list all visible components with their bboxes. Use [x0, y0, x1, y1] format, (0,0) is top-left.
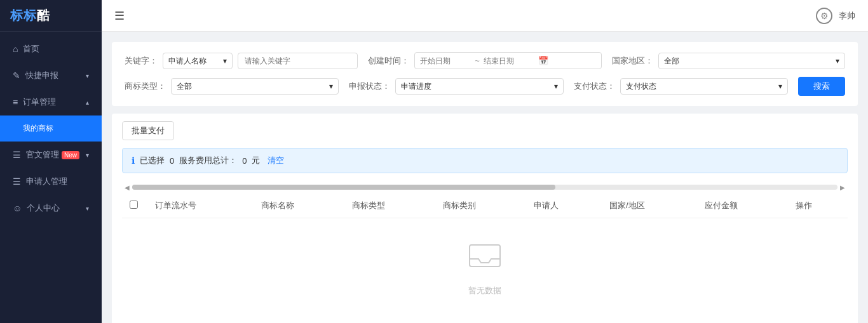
info-selected-label: 已选择	[140, 155, 165, 166]
chevron-down-icon: ▾	[86, 72, 89, 79]
country-select[interactable]: 全部 ▾	[658, 53, 845, 69]
report-status-arrow-icon: ▾	[554, 82, 558, 91]
col-order-no: 订单流水号	[147, 194, 254, 218]
doc-icon: ☰	[13, 150, 21, 160]
info-fee-value: 0	[242, 156, 247, 166]
logo-text: 标标酷	[10, 7, 50, 24]
col-trademark-name: 商标名称	[254, 194, 344, 218]
country-filter: 国家地区： 全部 ▾	[612, 53, 845, 69]
batch-pay-button[interactable]: 批量支付	[122, 121, 174, 140]
chevron-down-icon-personal: ▾	[86, 205, 89, 212]
sidebar: 标标酷 ⌂ 首页 ✎ 快捷申报 ▾ ≡ 订单管理 ▴ 我的商标 ☰ 官文管理 N…	[0, 0, 102, 323]
date-separator: ~	[475, 56, 480, 65]
chevron-up-icon: ▴	[86, 99, 89, 106]
date-start-input[interactable]	[420, 56, 471, 65]
action-card: 批量支付 ℹ 已选择 0 服务费用总计： 0 元 清空 ◀ ▶	[112, 114, 858, 323]
payment-status-select[interactable]: 支付状态 ▾	[620, 78, 788, 95]
select-arrow-icon: ▾	[223, 56, 227, 65]
scroll-container[interactable]: ◀ ▶	[122, 181, 848, 194]
country-dropdown[interactable]: 全部	[664, 56, 833, 65]
trademark-type-arrow-icon: ▾	[329, 82, 333, 91]
inbox-svg	[468, 244, 501, 273]
menu-toggle-icon[interactable]: ☰	[114, 9, 125, 23]
payment-status-filter: 支付状态： 支付状态 ▾	[574, 78, 788, 95]
sidebar-item-official-management[interactable]: ☰ 官文管理 New ▾	[0, 142, 102, 168]
scroll-right-arrow[interactable]: ▶	[837, 184, 848, 191]
report-status-label: 申报状态：	[349, 81, 390, 92]
col-amount: 应付金额	[697, 194, 788, 218]
top-header: ☰ ⚙ 李帅	[102, 0, 868, 32]
table-wrapper: ◀ ▶ 订单流水号 商标名称 商标类型	[122, 181, 848, 322]
country-label: 国家地区：	[612, 55, 653, 67]
keyword-label: 关键字：	[125, 55, 158, 67]
info-bar: ℹ 已选择 0 服务费用总计： 0 元 清空	[122, 148, 848, 173]
col-applicant: 申请人	[526, 194, 602, 218]
user-icon: ☺	[13, 203, 22, 213]
select-all-checkbox[interactable]	[130, 201, 138, 209]
payment-status-label: 支付状态：	[574, 81, 615, 92]
trademark-type-label: 商标类型：	[125, 81, 166, 92]
keyword-filter: 关键字： 申请人名称 商标名称 订单号 ▾	[125, 53, 358, 69]
empty-state: 暂无数据	[122, 218, 848, 322]
report-status-select[interactable]: 申请进度 ▾	[395, 78, 563, 95]
sidebar-item-personal-center[interactable]: ☺ 个人中心 ▾	[0, 195, 102, 221]
date-filter: 创建时间： ~ 📅	[368, 52, 601, 69]
sidebar-item-my-trademark[interactable]: 我的商标	[0, 115, 102, 142]
data-table: 订单流水号 商标名称 商标类型 商标类别 申请人 国家/地区 应付金额 操作	[122, 194, 848, 218]
sidebar-item-my-trademark-label: 我的商标	[23, 123, 53, 134]
home-icon: ⌂	[13, 44, 18, 54]
date-range-picker[interactable]: ~ 📅	[414, 52, 601, 69]
info-selected-count: 0	[170, 156, 174, 166]
person-icon: ☰	[13, 176, 21, 187]
sidebar-nav: ⌂ 首页 ✎ 快捷申报 ▾ ≡ 订单管理 ▴ 我的商标 ☰ 官文管理 New ▾…	[0, 32, 102, 323]
scroll-track[interactable]	[132, 185, 837, 190]
list-icon: ≡	[13, 97, 18, 107]
sidebar-item-applicant-management[interactable]: ☰ 申请人管理	[0, 168, 102, 195]
trademark-type-select[interactable]: 全部 ▾	[171, 78, 339, 95]
header-username: 李帅	[839, 10, 855, 22]
chevron-right-icon: ▾	[86, 152, 89, 159]
sidebar-item-quick-report-label: 快捷申报	[25, 70, 58, 81]
col-actions: 操作	[788, 194, 848, 218]
sidebar-item-quick-report[interactable]: ✎ 快捷申报 ▾	[0, 62, 102, 89]
search-button[interactable]: 搜索	[798, 77, 845, 96]
info-icon: ℹ	[132, 155, 135, 166]
date-end-input[interactable]	[484, 56, 534, 65]
scroll-left-arrow[interactable]: ◀	[122, 184, 132, 191]
main-content: ☰ ⚙ 李帅 关键字： 申请人名称 商标名称 订单号	[102, 0, 868, 323]
table-header: 订单流水号 商标名称 商标类型 商标类别 申请人 国家/地区 应付金额 操作	[122, 194, 848, 218]
empty-icon	[468, 244, 501, 279]
content-area: 关键字： 申请人名称 商标名称 订单号 ▾ 创建时间：	[102, 32, 868, 323]
trademark-type-dropdown[interactable]: 全部	[177, 82, 327, 91]
info-clear-button[interactable]: 清空	[268, 155, 284, 166]
sidebar-item-personal-center-label: 个人中心	[27, 202, 60, 214]
sidebar-item-home[interactable]: ⌂ 首页	[0, 36, 102, 62]
sidebar-item-home-label: 首页	[23, 43, 39, 55]
header-right: ⚙ 李帅	[816, 8, 855, 24]
sidebar-item-applicant-management-label: 申请人管理	[26, 176, 67, 187]
new-badge: New	[62, 151, 79, 159]
filter-row-2: 商标类型： 全部 ▾ 申报状态： 申请进度 ▾	[125, 77, 845, 96]
scroll-thumb[interactable]	[132, 185, 555, 190]
sidebar-item-official-management-label: 官文管理	[26, 149, 59, 161]
col-country: 国家/地区	[602, 194, 697, 218]
filter-card: 关键字： 申请人名称 商标名称 订单号 ▾ 创建时间：	[112, 42, 858, 106]
sidebar-item-order-management[interactable]: ≡ 订单管理 ▴	[0, 89, 102, 115]
settings-icon[interactable]: ⚙	[816, 8, 832, 24]
trademark-type-filter: 商标类型： 全部 ▾	[125, 78, 339, 95]
payment-status-arrow-icon: ▾	[778, 82, 782, 91]
col-trademark-category: 商标类别	[435, 194, 526, 218]
keyword-type-select[interactable]: 申请人名称 商标名称 订单号 ▾	[163, 53, 233, 69]
info-fee-label: 服务费用总计：	[179, 155, 237, 166]
keyword-input[interactable]	[238, 53, 358, 69]
report-status-dropdown[interactable]: 申请进度	[401, 82, 551, 91]
keyword-type-dropdown[interactable]: 申请人名称 商标名称 订单号	[168, 56, 220, 65]
filter-row-1: 关键字： 申请人名称 商标名称 订单号 ▾ 创建时间：	[125, 52, 845, 69]
col-trademark-type: 商标类型	[344, 194, 435, 218]
calendar-icon: 📅	[538, 56, 548, 65]
empty-text: 暂无数据	[468, 285, 501, 296]
edit-icon: ✎	[13, 70, 20, 81]
payment-status-dropdown[interactable]: 支付状态	[626, 82, 776, 91]
info-fee-unit: 元	[252, 155, 260, 166]
country-arrow-icon: ▾	[836, 56, 839, 65]
